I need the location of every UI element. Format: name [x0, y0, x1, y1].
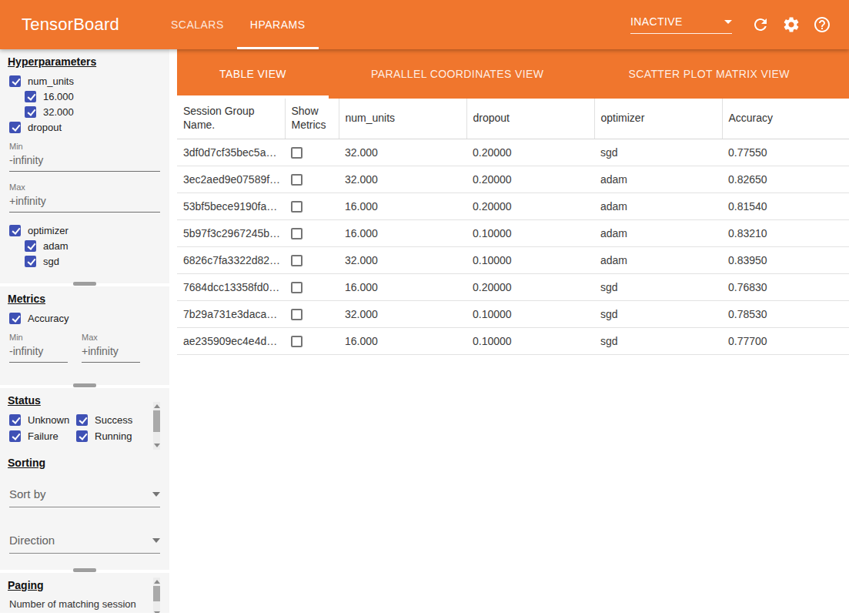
scroll-up-icon[interactable]: [154, 580, 160, 584]
direction-select[interactable]: Direction: [9, 534, 160, 554]
session-group-name: ae235909ec4e4d…: [177, 327, 285, 354]
hparam-optimizer-value-sgd[interactable]: sgd: [0, 254, 169, 268]
accuracy-max-input[interactable]: [82, 342, 140, 363]
scrollbar-thumb[interactable]: [153, 586, 160, 601]
hparam-value-label: adam: [43, 240, 69, 252]
dropout-value: 0.20000: [466, 166, 594, 192]
scroll-up-icon[interactable]: [154, 404, 160, 408]
max-label: Max: [9, 182, 169, 192]
dropout-max-input[interactable]: [9, 192, 160, 213]
checkbox-icon[interactable]: [25, 106, 36, 118]
checkbox-icon[interactable]: [9, 414, 21, 426]
status-scrollbar[interactable]: [153, 402, 160, 450]
tab-hparams[interactable]: HPARAMS: [237, 0, 319, 49]
optimizer-value: sgd: [594, 300, 722, 327]
status-success[interactable]: Success: [67, 413, 143, 427]
scroll-down-icon[interactable]: [154, 611, 160, 613]
checkbox-icon[interactable]: [9, 313, 21, 324]
session-group-name: 3ec2aed9e07589f…: [177, 166, 285, 192]
hparam-num-units-value-32[interactable]: 32.000: [0, 105, 169, 119]
tab-table-view[interactable]: TABLE VIEW: [177, 49, 329, 99]
hyperparameters-title: Hyperparameters: [8, 55, 169, 68]
tab-parallel-coordinates-view[interactable]: PARALLEL COORDINATES VIEW: [329, 49, 586, 99]
table-row[interactable]: 3df0d7cf35bec5a… 32.000 0.20000 sgd 0.77…: [177, 139, 849, 166]
table-row[interactable]: 5b97f3c2967245b… 16.000 0.10000 adam 0.8…: [177, 219, 849, 246]
show-metrics-checkbox[interactable]: [291, 147, 302, 159]
table-header-row: Session Group Name. Show Metrics num_uni…: [177, 99, 849, 139]
num-units-value: 16.000: [339, 273, 466, 300]
metric-accuracy[interactable]: Accuracy: [0, 311, 169, 325]
show-metrics-cell: [285, 273, 339, 300]
hparam-optimizer-value-adam[interactable]: adam: [0, 239, 169, 253]
session-group-name: 3df0d7cf35bec5a…: [177, 139, 285, 166]
checkbox-icon[interactable]: [76, 430, 88, 442]
dropout-min-input[interactable]: [9, 151, 160, 172]
accuracy-value: 0.83950: [722, 246, 849, 273]
refresh-button[interactable]: [750, 15, 770, 35]
col-optimizer: optimizer: [594, 99, 722, 139]
col-dropout: dropout: [466, 99, 594, 139]
num-units-value: 32.000: [339, 246, 466, 273]
dropout-value: 0.20000: [466, 139, 594, 166]
show-metrics-checkbox[interactable]: [291, 228, 302, 239]
checkbox-icon[interactable]: [76, 414, 88, 426]
help-button[interactable]: [812, 15, 832, 35]
show-metrics-checkbox[interactable]: [291, 309, 302, 320]
table-row[interactable]: 6826c7fa3322d82… 32.000 0.10000 adam 0.8…: [177, 246, 849, 273]
show-metrics-checkbox[interactable]: [291, 282, 302, 293]
status-running[interactable]: Running: [67, 429, 143, 443]
num-units-value: 16.000: [339, 327, 466, 354]
checkbox-icon[interactable]: [9, 430, 21, 442]
checkbox-icon[interactable]: [9, 122, 21, 133]
show-metrics-checkbox[interactable]: [291, 201, 302, 213]
tab-scatter-plot-matrix-view[interactable]: SCATTER PLOT MATRIX VIEW: [586, 49, 832, 99]
hparam-label: optimizer: [28, 225, 69, 236]
show-metrics-checkbox[interactable]: [291, 174, 302, 186]
status-unknown[interactable]: Unknown: [0, 413, 67, 427]
settings-button[interactable]: [781, 15, 801, 35]
hparam-num-units-value-16[interactable]: 16.000: [0, 89, 169, 103]
accuracy-min-field: Min: [9, 333, 68, 363]
hparam-optimizer[interactable]: optimizer: [0, 223, 169, 237]
num-units-value: 16.000: [339, 192, 466, 219]
num-units-value: 32.000: [339, 139, 466, 166]
hparam-dropout[interactable]: dropout: [0, 120, 169, 134]
checkbox-icon[interactable]: [25, 91, 36, 102]
table-row[interactable]: 7684dcc13358fd0… 16.000 0.20000 sgd 0.76…: [177, 273, 849, 300]
table-row[interactable]: 7b29a731e3daca… 32.000 0.10000 sgd 0.785…: [177, 300, 849, 327]
scrollbar-thumb[interactable]: [153, 410, 160, 432]
table-row[interactable]: 3ec2aed9e07589f… 32.000 0.20000 adam 0.8…: [177, 166, 849, 192]
session-group-name: 53bf5bece9190fa…: [177, 192, 285, 219]
num-units-value: 16.000: [339, 219, 466, 246]
sort-by-value: Sort by: [9, 487, 46, 500]
optimizer-value: adam: [594, 219, 722, 246]
paging-scrollbar[interactable]: [153, 578, 160, 613]
accuracy-min-input[interactable]: [9, 342, 68, 363]
dropout-value: 0.10000: [466, 246, 594, 273]
checkbox-icon[interactable]: [25, 240, 36, 252]
min-label: Min: [9, 333, 68, 342]
sort-by-select[interactable]: Sort by: [9, 487, 160, 507]
checkbox-icon[interactable]: [25, 256, 36, 267]
resize-handle[interactable]: [73, 383, 96, 387]
show-metrics-checkbox[interactable]: [291, 255, 302, 266]
table-row[interactable]: 53bf5bece9190fa… 16.000 0.20000 adam 0.8…: [177, 192, 849, 219]
hparam-num-units[interactable]: num_units: [0, 74, 169, 88]
hparam-label: dropout: [28, 122, 62, 133]
scroll-down-icon[interactable]: [154, 444, 160, 447]
show-metrics-checkbox[interactable]: [291, 336, 302, 347]
session-group-name: 6826c7fa3322d82…: [177, 246, 285, 273]
checkbox-icon[interactable]: [9, 75, 21, 87]
resize-handle[interactable]: [73, 282, 96, 286]
tab-scalars[interactable]: SCALARS: [158, 0, 237, 49]
table-row[interactable]: ae235909ec4e4d… 16.000 0.10000 sgd 0.777…: [177, 327, 849, 354]
accuracy-value: 0.83210: [722, 219, 849, 246]
runs-status-selector[interactable]: INACTIVE: [630, 15, 732, 34]
checkbox-icon[interactable]: [9, 225, 21, 236]
chevron-down-icon: [152, 492, 160, 497]
resize-handle[interactable]: [73, 568, 96, 572]
show-metrics-cell: [285, 246, 339, 273]
main-content: TABLE VIEW PARALLEL COORDINATES VIEW SCA…: [177, 49, 849, 616]
status-options: Unknown Success Failure Running: [0, 413, 143, 443]
status-failure[interactable]: Failure: [0, 429, 67, 443]
